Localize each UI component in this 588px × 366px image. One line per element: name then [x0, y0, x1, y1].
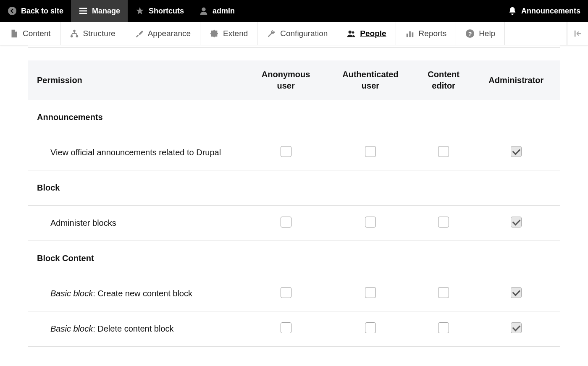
announcements-label: Announcements	[521, 7, 580, 16]
collapse-button[interactable]	[567, 22, 588, 45]
permission-checkbox[interactable]	[511, 287, 522, 298]
manage-label: Manage	[92, 7, 120, 16]
people-icon	[346, 29, 356, 38]
star-icon	[135, 6, 144, 16]
permission-checkbox[interactable]	[365, 146, 376, 157]
permission-checkbox[interactable]	[511, 146, 522, 157]
permission-checkbox[interactable]	[365, 217, 376, 227]
help-icon: ?	[465, 29, 475, 38]
permission-checkbox[interactable]	[281, 146, 291, 157]
svg-rect-12	[412, 32, 413, 37]
svg-rect-1	[79, 8, 87, 9]
nav-appearance[interactable]: Appearance	[125, 22, 200, 45]
announcements-link[interactable]: Announcements	[500, 0, 588, 22]
permission-checkbox[interactable]	[365, 322, 376, 333]
user-icon	[199, 6, 208, 16]
filter-region-bottom	[28, 45, 560, 48]
nav-people[interactable]: People	[337, 22, 396, 45]
nav-configuration[interactable]: Configuration	[257, 22, 337, 45]
admin-nav: Content Structure Appearance Extend Conf…	[0, 22, 588, 45]
manage-link[interactable]: Manage	[71, 0, 128, 22]
nav-structure[interactable]: Structure	[60, 22, 125, 45]
svg-point-4	[202, 8, 206, 11]
nav-help[interactable]: ? Help	[456, 22, 505, 45]
header-role-authenticated: Authenticateduser	[326, 60, 415, 100]
nav-extend[interactable]: Extend	[200, 22, 257, 45]
svg-point-6	[70, 35, 73, 37]
permission-group-label: Block Content	[28, 241, 560, 276]
permission-label: Basic block: Create new content block	[28, 276, 246, 311]
hierarchy-icon	[70, 29, 79, 38]
header-permission: Permission	[28, 60, 246, 100]
back-icon	[8, 6, 17, 16]
puzzle-icon	[210, 29, 219, 38]
svg-rect-11	[409, 31, 411, 37]
permission-checkbox[interactable]	[281, 287, 291, 298]
permission-checkbox[interactable]	[438, 322, 449, 333]
permission-checkbox[interactable]	[438, 217, 449, 227]
wrench-icon	[267, 29, 276, 38]
permission-checkbox[interactable]	[438, 287, 449, 298]
permission-checkbox[interactable]	[281, 217, 291, 227]
header-role-admin: Administrator	[472, 60, 560, 100]
hamburger-icon	[79, 6, 88, 16]
permission-checkbox[interactable]	[511, 217, 522, 227]
user-label: admin	[213, 7, 235, 16]
svg-point-8	[349, 30, 352, 33]
permission-label: Administer blocks	[28, 206, 246, 241]
bar-chart-icon	[405, 29, 415, 38]
svg-point-0	[8, 7, 16, 15]
permission-checkbox[interactable]	[511, 322, 522, 333]
svg-rect-3	[79, 13, 87, 14]
svg-text:?: ?	[468, 30, 472, 37]
back-label: Back to site	[21, 7, 63, 16]
permission-checkbox[interactable]	[438, 146, 449, 157]
header-role-anonymous: Anonymoususer	[246, 60, 326, 100]
user-link[interactable]: admin	[192, 0, 242, 22]
svg-rect-10	[406, 34, 408, 37]
permission-group-label: Announcements	[28, 100, 560, 135]
svg-point-9	[352, 31, 354, 34]
svg-point-7	[76, 35, 78, 37]
top-toolbar: Back to site Manage Shortcuts admin Anno…	[0, 0, 588, 22]
permission-checkbox[interactable]	[281, 322, 291, 333]
bell-icon	[508, 6, 517, 16]
svg-point-5	[73, 29, 76, 32]
header-role-editor: Contenteditor	[415, 60, 472, 100]
paintbrush-icon	[134, 29, 144, 38]
permission-checkbox[interactable]	[365, 287, 376, 298]
svg-rect-2	[79, 10, 87, 12]
nav-content[interactable]: Content	[0, 22, 60, 45]
permissions-table: Permission Anonymoususer Authenticatedus…	[28, 60, 560, 347]
permission-label: View official announcements related to D…	[28, 135, 246, 170]
shortcuts-label: Shortcuts	[149, 7, 184, 16]
nav-reports[interactable]: Reports	[396, 22, 457, 45]
shortcuts-link[interactable]: Shortcuts	[128, 0, 192, 22]
collapse-icon	[573, 29, 583, 38]
svg-rect-15	[574, 30, 575, 37]
back-to-site-link[interactable]: Back to site	[0, 0, 71, 22]
permission-group-label: Block	[28, 170, 560, 206]
file-icon	[9, 29, 18, 38]
permission-label: Basic block: Delete content block	[28, 311, 246, 347]
